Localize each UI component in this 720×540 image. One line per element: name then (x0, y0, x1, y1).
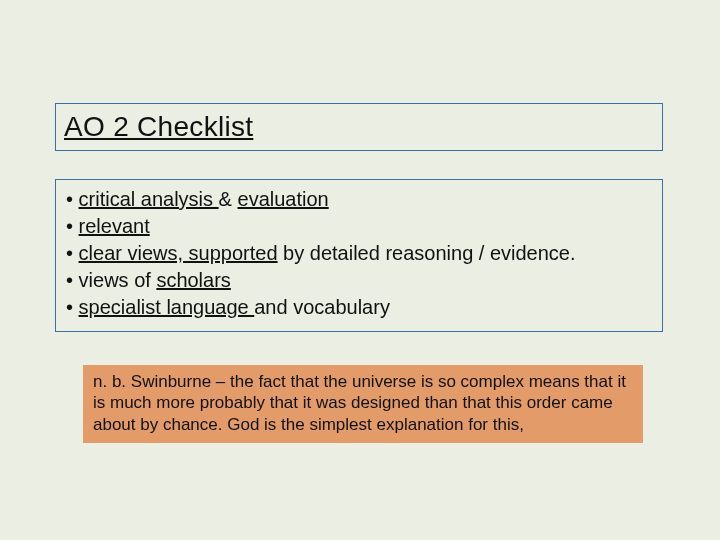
bullet-text: specialist language (79, 296, 255, 318)
bullet-item-0: • critical analysis & evaluation (66, 186, 652, 213)
bullet-text: evaluation (238, 188, 329, 210)
title-box: AO 2 Checklist (55, 103, 663, 151)
bullet-text: supported (183, 242, 278, 264)
bullet-text: and vocabulary (254, 296, 390, 318)
bullet-text: by detailed reasoning / evidence. (278, 242, 576, 264)
bullet-icon: • (66, 188, 79, 210)
bullet-text: scholars (156, 269, 230, 291)
bullet-icon: • (66, 215, 79, 237)
bullet-icon: • (66, 296, 79, 318)
bullet-item-2: • clear views, supported by detailed rea… (66, 240, 652, 267)
bullet-text: relevant (79, 215, 150, 237)
bullet-icon: • (66, 242, 79, 264)
bullet-text: critical analysis (79, 188, 219, 210)
bullet-item-4: • specialist language and vocabulary (66, 294, 652, 321)
bullet-item-1: • relevant (66, 213, 652, 240)
bullet-text: & (219, 188, 238, 210)
slide: AO 2 Checklist • critical analysis & eva… (0, 0, 720, 540)
bullet-text: clear views, (79, 242, 183, 264)
note-box: n. b. Swinburne – the fact that the univ… (83, 365, 643, 443)
title-text: AO 2 Checklist (64, 111, 253, 143)
bullet-text: views of (79, 269, 157, 291)
bullet-item-3: • views of scholars (66, 267, 652, 294)
content-box: • critical analysis & evaluation • relev… (55, 179, 663, 332)
bullet-icon: • (66, 269, 79, 291)
note-text: n. b. Swinburne – the fact that the univ… (93, 372, 626, 434)
